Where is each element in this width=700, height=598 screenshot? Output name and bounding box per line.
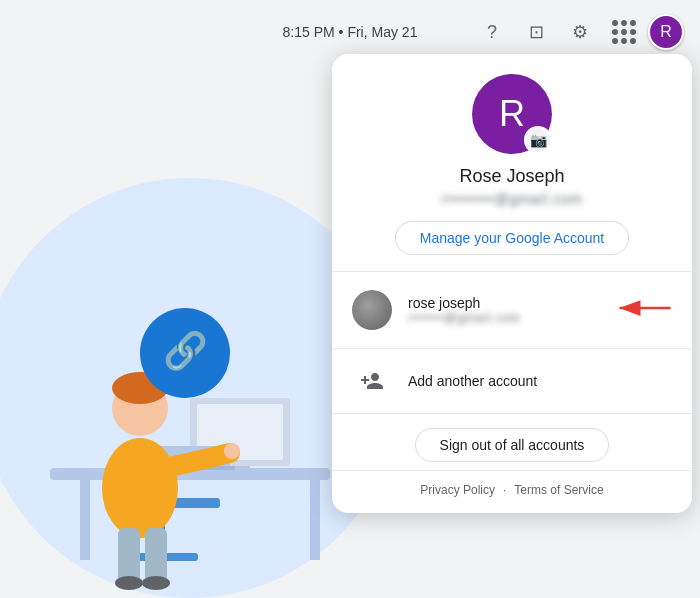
camera-icon: 📷 xyxy=(530,132,547,148)
topbar-actions: ? ⊡ ⚙ R ☞ xyxy=(472,12,684,52)
account-name: rose joseph xyxy=(408,295,521,311)
manage-account-button[interactable]: Manage your Google Account xyxy=(395,221,629,255)
svg-text:🔗: 🔗 xyxy=(163,329,208,372)
add-account-item[interactable]: Add another account xyxy=(332,349,692,414)
svg-point-19 xyxy=(142,576,170,590)
avatar-letter: R xyxy=(660,23,672,41)
profile-email: r••••••••@gmail.com xyxy=(442,191,583,207)
feedback-button[interactable]: ⊡ xyxy=(516,12,556,52)
help-icon: ? xyxy=(487,22,497,43)
svg-rect-2 xyxy=(310,480,320,560)
svg-rect-1 xyxy=(80,480,90,560)
arrow-indicator xyxy=(612,293,672,327)
apps-button[interactable] xyxy=(604,12,644,52)
red-arrow-icon xyxy=(612,293,672,323)
settings-button[interactable]: ⚙ xyxy=(560,12,600,52)
privacy-policy-link[interactable]: Privacy Policy xyxy=(420,483,495,497)
settings-icon: ⚙ xyxy=(572,21,588,43)
signout-button[interactable]: Sign out of all accounts xyxy=(415,428,610,462)
profile-section: R 📷 Rose Joseph r••••••••@gmail.com Mana… xyxy=(332,54,692,272)
account-section: rose joseph r••••••@gmail.com xyxy=(332,272,692,349)
profile-name: Rose Joseph xyxy=(459,166,564,187)
help-button[interactable]: ? xyxy=(472,12,512,52)
account-info: rose joseph r••••••@gmail.com xyxy=(408,295,521,325)
svg-rect-16 xyxy=(118,528,140,583)
account-dropdown: R 📷 Rose Joseph r••••••••@gmail.com Mana… xyxy=(332,54,692,513)
svg-point-15 xyxy=(224,443,240,459)
signout-section: Sign out of all accounts xyxy=(332,414,692,471)
svg-rect-17 xyxy=(145,528,167,583)
add-account-icon xyxy=(352,361,392,401)
footer: Privacy Policy · Terms of Service xyxy=(332,471,692,501)
account-item[interactable]: rose joseph r••••••@gmail.com xyxy=(332,280,692,340)
profile-avatar-wrap: R 📷 xyxy=(472,74,552,154)
account-email: r••••••@gmail.com xyxy=(408,311,521,325)
grid-icon xyxy=(612,20,636,44)
svg-point-18 xyxy=(115,576,143,590)
account-thumbnail xyxy=(352,290,392,330)
add-account-label: Add another account xyxy=(408,373,537,389)
terms-of-service-link[interactable]: Terms of Service xyxy=(514,483,603,497)
footer-separator: · xyxy=(503,483,506,497)
svg-point-12 xyxy=(102,438,178,538)
svg-rect-9 xyxy=(222,471,260,475)
topbar-time: 8:15 PM • Fri, May 21 xyxy=(283,24,418,40)
feedback-icon: ⊡ xyxy=(529,21,544,43)
change-photo-button[interactable]: 📷 xyxy=(524,126,552,154)
account-avatar-button[interactable]: R xyxy=(648,14,684,50)
